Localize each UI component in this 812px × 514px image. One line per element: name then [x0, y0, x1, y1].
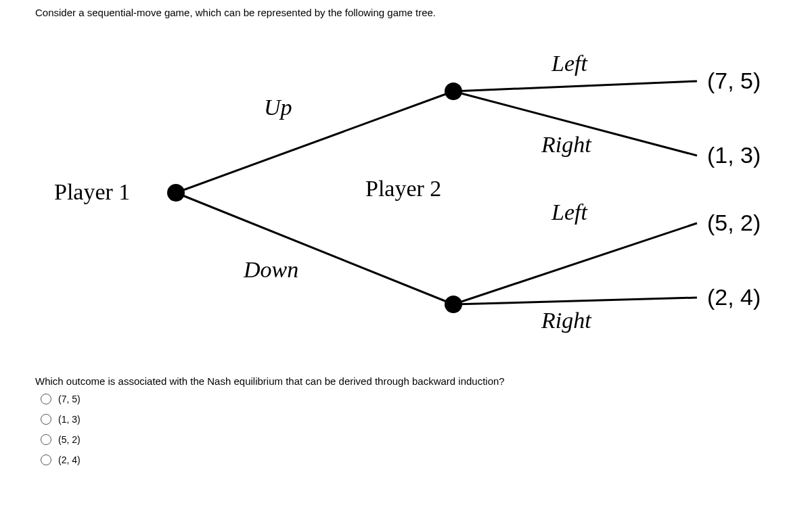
payoff-down-left: (5, 2): [707, 210, 761, 236]
payoff-down-right: (2, 4): [707, 284, 761, 310]
option-label: (1, 3): [58, 414, 81, 425]
player1-label: Player 1: [54, 179, 130, 205]
option-d[interactable]: (2, 4): [41, 454, 81, 465]
option-label: (5, 2): [58, 434, 81, 445]
option-b[interactable]: (1, 3): [41, 414, 81, 425]
svg-line-5: [453, 298, 697, 304]
player2-label: Player 2: [365, 176, 441, 202]
radio-icon[interactable]: [41, 434, 51, 445]
svg-point-8: [445, 296, 462, 313]
payoff-up-left: (7, 5): [707, 68, 761, 94]
question-prompt: Which outcome is associated with the Nas…: [35, 375, 505, 387]
option-label: (7, 5): [58, 394, 81, 404]
svg-point-7: [445, 83, 462, 100]
svg-point-6: [167, 184, 185, 202]
move-right-top: Right: [541, 132, 591, 158]
move-left-top: Left: [551, 51, 587, 76]
option-c[interactable]: (5, 2): [41, 434, 81, 445]
move-down-label: Down: [244, 257, 298, 283]
svg-line-4: [453, 223, 697, 304]
question-intro: Consider a sequential-move game, which c…: [35, 7, 436, 18]
svg-line-1: [176, 193, 453, 304]
move-up-label: Up: [264, 95, 292, 120]
option-label: (2, 4): [58, 454, 81, 465]
radio-icon[interactable]: [41, 414, 51, 425]
payoff-up-right: (1, 3): [707, 142, 761, 168]
options-group: (7, 5) (1, 3) (5, 2) (2, 4): [41, 394, 81, 475]
radio-icon[interactable]: [41, 454, 51, 465]
radio-icon[interactable]: [41, 394, 51, 404]
move-left-bot: Left: [551, 200, 587, 225]
option-a[interactable]: (7, 5): [41, 394, 81, 404]
game-tree: Player 1 Player 2 Up Down Left Right Lef…: [41, 41, 785, 358]
svg-line-2: [453, 81, 697, 91]
move-right-bot: Right: [541, 308, 591, 333]
